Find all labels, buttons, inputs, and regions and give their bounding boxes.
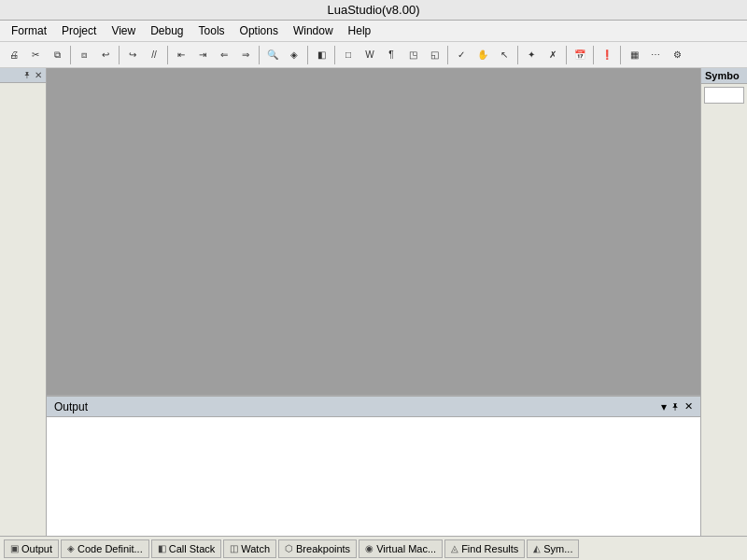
right-panel-header: Symbo bbox=[701, 68, 747, 84]
menu-item-tools[interactable]: Tools bbox=[191, 22, 233, 39]
bottom-tab-call-stack[interactable]: ◧Call Stack bbox=[151, 539, 222, 558]
tab-icon-find-results: ◬ bbox=[451, 543, 458, 553]
left-panel-pin-icon[interactable]: 🖈 bbox=[22, 70, 32, 80]
toolbar-sep-26 bbox=[620, 46, 621, 64]
toolbar-sep-7 bbox=[167, 46, 168, 64]
app-title: LuaStudio(v8.00) bbox=[327, 3, 419, 17]
tab-icon-virtual-mac---: ◉ bbox=[365, 543, 374, 553]
tab-icon-sym---: ◭ bbox=[533, 543, 541, 553]
tab-label-output: Output bbox=[21, 543, 52, 554]
tab-label-sym---: Sym... bbox=[543, 543, 572, 554]
toolbar-btn-run[interactable]: □ bbox=[338, 45, 359, 65]
toolbar-sep-25 bbox=[593, 46, 594, 64]
toolbar-btn-replace[interactable]: ◧ bbox=[311, 45, 331, 65]
toolbar-btn-close-btn[interactable]: ✗ bbox=[543, 45, 563, 65]
toolbar-btn-indent[interactable]: ⇒ bbox=[235, 45, 256, 65]
bottom-tab-watch[interactable]: ◫Watch bbox=[223, 539, 276, 558]
left-panel: 🖈 ✕ bbox=[0, 68, 47, 536]
left-panel-close-icon[interactable]: ✕ bbox=[35, 70, 42, 80]
toolbar-btn-print[interactable]: 🖨 bbox=[4, 45, 24, 65]
bottom-tab-virtual-mac---[interactable]: ◉Virtual Mac... bbox=[359, 539, 443, 558]
bottom-tab-sym---[interactable]: ◭Sym... bbox=[527, 539, 579, 558]
toolbar-btn-check[interactable]: ✓ bbox=[451, 45, 472, 65]
toolbar-btn-find[interactable]: ◈ bbox=[284, 45, 304, 65]
toolbar-btn-outdent[interactable]: ⇐ bbox=[214, 45, 234, 65]
menu-item-window[interactable]: Window bbox=[286, 22, 341, 39]
tab-label-watch: Watch bbox=[241, 543, 270, 554]
toolbar-btn-cursor[interactable]: ↖ bbox=[494, 45, 514, 65]
editor-area[interactable] bbox=[47, 68, 700, 396]
output-header-controls: ▾ 🖈 ✕ bbox=[661, 400, 693, 413]
menu-bar: FormatProjectViewDebugToolsOptionsWindow… bbox=[0, 21, 747, 42]
toolbar-sep-14 bbox=[334, 46, 335, 64]
tab-icon-breakpoints: ⬡ bbox=[285, 543, 293, 553]
output-content bbox=[47, 417, 700, 536]
toolbar-btn-calendar[interactable]: 📅 bbox=[570, 45, 590, 65]
toolbar-sep-11 bbox=[259, 46, 260, 64]
tab-icon-code-definit---: ◈ bbox=[67, 543, 75, 553]
toolbar-btn-star[interactable]: ✦ bbox=[521, 45, 542, 65]
toolbar-sep-19 bbox=[447, 46, 448, 64]
output-panel: Output ▾ 🖈 ✕ bbox=[47, 396, 700, 536]
main-layout: 🖈 ✕ Output ▾ 🖈 ✕ Symbo bbox=[0, 68, 747, 536]
toolbar-btn-hand[interactable]: ✋ bbox=[472, 45, 493, 65]
menu-item-debug[interactable]: Debug bbox=[143, 22, 190, 39]
toolbar-sep-24 bbox=[566, 46, 567, 64]
toolbar-btn-paste[interactable]: ⧈ bbox=[74, 45, 94, 65]
tab-icon-watch: ◫ bbox=[230, 543, 238, 553]
toolbar-btn-word-wrap[interactable]: W bbox=[359, 45, 380, 65]
title-bar: LuaStudio(v8.00) bbox=[0, 0, 747, 21]
toolbar-btn-indent-left[interactable]: ⇤ bbox=[171, 45, 191, 65]
center-area: Output ▾ 🖈 ✕ bbox=[47, 68, 700, 536]
tab-icon-output: ▣ bbox=[10, 543, 19, 553]
toolbar-btn-paragraph[interactable]: ¶ bbox=[381, 45, 402, 65]
toolbar-btn-more1[interactable]: ⋯ bbox=[645, 45, 666, 65]
tab-label-find-results: Find Results bbox=[461, 543, 518, 554]
toolbar: 🖨✂⧉⧈↩↪//⇤⇥⇐⇒🔍◈◧□W¶◳◱✓✋↖✦✗📅❗▦⋯⚙ bbox=[0, 42, 747, 68]
toolbar-btn-exclaim[interactable]: ❗ bbox=[597, 45, 617, 65]
right-panel: Symbo bbox=[700, 68, 747, 536]
tab-icon-call-stack: ◧ bbox=[158, 543, 166, 553]
menu-item-view[interactable]: View bbox=[104, 22, 143, 39]
toolbar-btn-view2[interactable]: ◱ bbox=[424, 45, 444, 65]
bottom-tabs: ▣Output◈Code Definit...◧Call Stack◫Watch… bbox=[0, 536, 747, 560]
toolbar-btn-redo[interactable]: ↪ bbox=[122, 45, 143, 65]
toolbar-btn-grid[interactable]: ▦ bbox=[624, 45, 644, 65]
tab-label-code-definit---: Code Definit... bbox=[78, 543, 143, 554]
menu-item-format[interactable]: Format bbox=[4, 22, 54, 39]
bottom-tab-code-definit---[interactable]: ◈Code Definit... bbox=[61, 539, 149, 558]
toolbar-sep-22 bbox=[517, 46, 518, 64]
toolbar-btn-comment[interactable]: // bbox=[144, 45, 164, 65]
toolbar-btn-settings[interactable]: ⚙ bbox=[667, 45, 687, 65]
tab-label-virtual-mac---: Virtual Mac... bbox=[376, 543, 436, 554]
toolbar-btn-undo[interactable]: ↩ bbox=[95, 45, 116, 65]
tab-label-breakpoints: Breakpoints bbox=[296, 543, 350, 554]
output-panel-header: Output ▾ 🖈 ✕ bbox=[47, 397, 700, 417]
output-title: Output bbox=[54, 400, 88, 413]
bottom-tab-breakpoints[interactable]: ⬡Breakpoints bbox=[278, 539, 357, 558]
toolbar-btn-view1[interactable]: ◳ bbox=[402, 45, 423, 65]
menu-item-options[interactable]: Options bbox=[233, 22, 286, 39]
menu-item-help[interactable]: Help bbox=[341, 22, 379, 39]
bottom-tab-output[interactable]: ▣Output bbox=[4, 539, 59, 558]
bottom-tab-find-results[interactable]: ◬Find Results bbox=[444, 539, 525, 558]
toolbar-sep-13 bbox=[307, 46, 308, 64]
toolbar-btn-search[interactable]: 🔍 bbox=[262, 45, 283, 65]
output-close-icon[interactable]: ✕ bbox=[684, 400, 693, 413]
toolbar-btn-cut[interactable]: ✂ bbox=[25, 45, 46, 65]
output-dropdown-icon[interactable]: ▾ bbox=[661, 400, 667, 413]
menu-item-project[interactable]: Project bbox=[54, 22, 104, 39]
toolbar-btn-copy[interactable]: ⧉ bbox=[47, 45, 67, 65]
toolbar-sep-5 bbox=[119, 46, 120, 64]
toolbar-sep-3 bbox=[70, 46, 71, 64]
left-panel-header: 🖈 ✕ bbox=[0, 68, 46, 83]
symbol-search-input[interactable] bbox=[704, 87, 744, 104]
toolbar-btn-indent-right[interactable]: ⇥ bbox=[192, 45, 213, 65]
output-pin-icon[interactable]: 🖈 bbox=[670, 401, 681, 413]
tab-label-call-stack: Call Stack bbox=[169, 543, 216, 554]
